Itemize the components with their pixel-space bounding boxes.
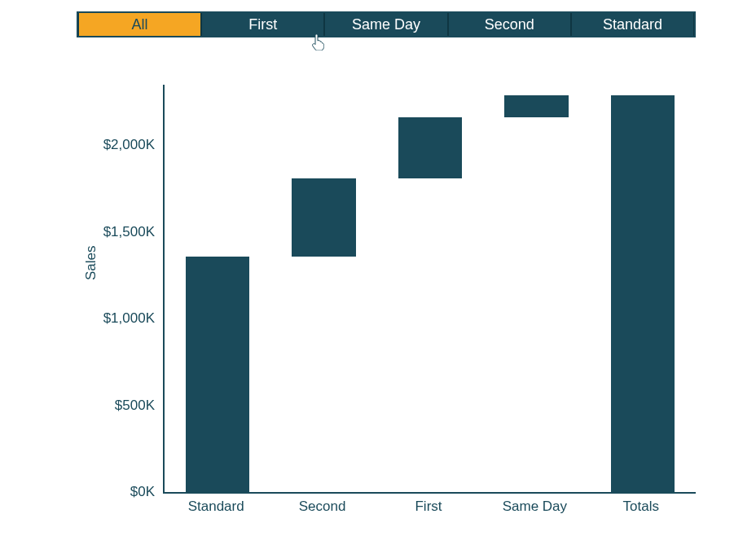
x-tick-label: Second <box>282 499 363 515</box>
tab-all[interactable]: All <box>78 13 201 36</box>
tab-standard[interactable]: Standard <box>571 13 694 36</box>
tab-second[interactable]: Second <box>448 13 571 36</box>
tab-first[interactable]: First <box>201 13 324 36</box>
step-bar-first <box>398 117 462 178</box>
plot-area <box>163 85 696 494</box>
step-bar-same-day <box>504 95 568 118</box>
tab-label: All <box>132 16 148 33</box>
sales-waterfall-chart: Sales $0K $500K $1,000K $1,500K $2,000K … <box>77 85 696 508</box>
y-tick-label: $500K <box>77 398 155 414</box>
x-tick-label: Standard <box>175 499 257 515</box>
y-tick-label: $1,000K <box>77 310 155 327</box>
tab-label: Second <box>485 16 534 33</box>
y-tick-label: $1,500K <box>77 224 155 240</box>
x-tick-label: Same Day <box>494 499 575 515</box>
y-tick-label: $2,000K <box>77 137 155 153</box>
y-axis-title: Sales <box>83 245 99 280</box>
shipping-filter-tabs: All First Same Day Second Standard <box>77 11 696 37</box>
tab-label: Same Day <box>352 16 420 33</box>
y-tick-label: $0K <box>77 484 155 500</box>
tab-label: Standard <box>603 16 662 33</box>
tab-label: First <box>248 16 277 33</box>
x-tick-label: Totals <box>600 499 682 515</box>
tab-same-day[interactable]: Same Day <box>324 13 447 36</box>
step-bar-second <box>292 178 355 257</box>
x-tick-label: First <box>388 499 469 515</box>
step-bar-standard <box>186 257 249 492</box>
totals-bar <box>611 95 675 492</box>
